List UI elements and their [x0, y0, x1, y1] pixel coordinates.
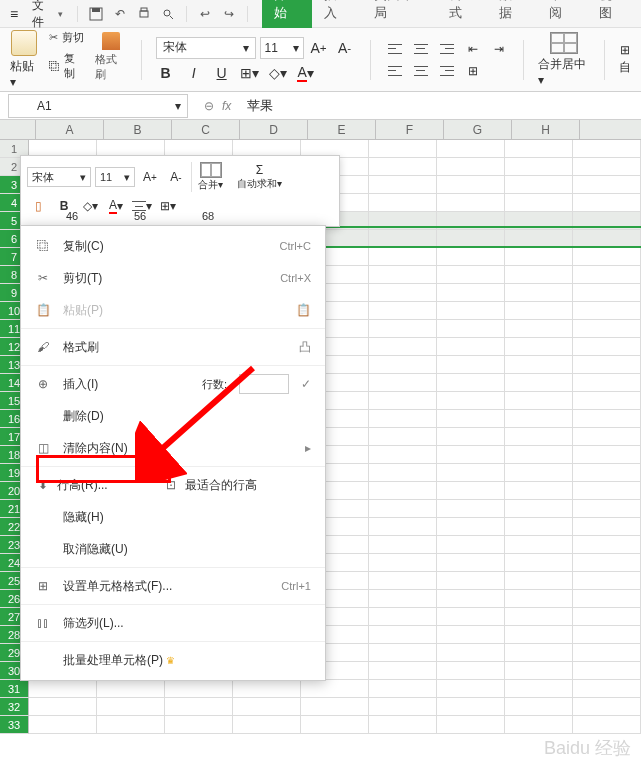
cell[interactable] — [505, 428, 573, 445]
cell[interactable] — [97, 698, 165, 715]
print-preview-icon[interactable] — [156, 2, 180, 26]
paste-button[interactable]: 粘贴▾ — [10, 30, 39, 89]
col-header-g[interactable]: G — [444, 120, 512, 139]
align-center-button[interactable] — [411, 62, 431, 80]
cm-format-cells[interactable]: ⊞ 设置单元格格式(F)... Ctrl+1 — [21, 570, 325, 602]
cell[interactable] — [573, 554, 641, 571]
cell[interactable] — [369, 158, 437, 175]
align-bottom-button[interactable] — [437, 40, 457, 58]
increase-font-button[interactable]: A+ — [308, 37, 330, 59]
cell[interactable] — [437, 608, 505, 625]
cell[interactable] — [369, 554, 437, 571]
cell[interactable] — [505, 626, 573, 643]
cell[interactable] — [573, 410, 641, 427]
cell[interactable] — [505, 554, 573, 571]
cell[interactable] — [505, 716, 573, 733]
cell[interactable] — [369, 644, 437, 661]
align-left-button[interactable] — [385, 62, 405, 80]
cell[interactable] — [369, 410, 437, 427]
wrap-text-button[interactable]: ⊞ — [463, 62, 483, 80]
cell[interactable] — [165, 716, 233, 733]
cell[interactable] — [573, 140, 641, 157]
merge-center-button[interactable]: 合并居中▾ — [538, 32, 590, 87]
cell[interactable] — [505, 248, 573, 265]
copy-button[interactable]: ⿻ 复制 — [49, 51, 85, 81]
cell[interactable] — [505, 392, 573, 409]
mini-border-button[interactable]: ⊞▾ — [157, 196, 179, 216]
cell[interactable] — [573, 482, 641, 499]
cell[interactable] — [369, 338, 437, 355]
cell[interactable] — [505, 374, 573, 391]
cell[interactable] — [437, 194, 505, 211]
cell[interactable] — [369, 176, 437, 193]
cell[interactable] — [573, 464, 641, 481]
col-header-d[interactable]: D — [240, 120, 308, 139]
cell[interactable] — [437, 140, 505, 157]
cell[interactable] — [369, 482, 437, 499]
cell[interactable] — [369, 500, 437, 517]
file-menu-button[interactable]: 文件 ▾ — [24, 0, 71, 31]
cell[interactable] — [573, 392, 641, 409]
mini-font-name-select[interactable]: 宋体▾ — [27, 167, 91, 187]
mini-align-button[interactable]: ▾ — [131, 196, 153, 216]
cell[interactable] — [505, 176, 573, 193]
tab-data[interactable]: 数据 — [487, 0, 537, 28]
tab-review[interactable]: 审阅 — [537, 0, 587, 28]
cell[interactable] — [573, 284, 641, 301]
check-icon[interactable]: ✓ — [301, 377, 311, 391]
cell[interactable] — [573, 662, 641, 679]
cell[interactable] — [369, 392, 437, 409]
cell[interactable] — [505, 410, 573, 427]
tab-formulas[interactable]: 公式 — [437, 0, 487, 28]
cell[interactable] — [369, 266, 437, 283]
cell[interactable] — [369, 518, 437, 535]
cell[interactable] — [301, 680, 369, 697]
cell[interactable] — [573, 500, 641, 517]
cell[interactable] — [369, 572, 437, 589]
cell[interactable] — [505, 356, 573, 373]
col-header-e[interactable]: E — [308, 120, 376, 139]
cell[interactable] — [505, 158, 573, 175]
cell[interactable] — [437, 230, 505, 247]
cell[interactable] — [437, 536, 505, 553]
cell[interactable] — [573, 248, 641, 265]
row-header[interactable]: 31 — [0, 680, 29, 698]
cell[interactable] — [437, 518, 505, 535]
formula-input[interactable]: 苹果 — [239, 97, 641, 115]
undo-button[interactable]: ↩ — [193, 2, 217, 26]
cell[interactable] — [97, 716, 165, 733]
cell[interactable] — [505, 608, 573, 625]
cell[interactable] — [233, 698, 301, 715]
cell[interactable] — [437, 500, 505, 517]
cell[interactable] — [573, 644, 641, 661]
cell[interactable] — [573, 374, 641, 391]
cell[interactable] — [573, 698, 641, 715]
cell[interactable] — [301, 716, 369, 733]
cell[interactable] — [437, 374, 505, 391]
fill-color-button[interactable]: ◇▾ — [268, 63, 288, 83]
cm-cut[interactable]: ✂ 剪切(T) Ctrl+X — [21, 262, 325, 294]
cell[interactable] — [437, 248, 505, 265]
cell[interactable] — [437, 338, 505, 355]
cm-best-fit-row-height[interactable]: ⊡ 最适合的行高 — [163, 477, 257, 494]
cell[interactable] — [505, 446, 573, 463]
tab-insert[interactable]: 插入 — [312, 0, 362, 28]
format-brush-button[interactable]: 格式刷 — [95, 30, 127, 89]
cell[interactable] — [301, 698, 369, 715]
cell[interactable] — [505, 230, 573, 247]
cell[interactable] — [165, 680, 233, 697]
align-right-button[interactable] — [437, 62, 457, 80]
font-name-select[interactable]: 宋体 ▾ — [156, 37, 256, 59]
border-button[interactable]: ⊞▾ — [240, 63, 260, 83]
decrease-font-button[interactable]: A- — [334, 37, 356, 59]
cell[interactable] — [437, 266, 505, 283]
cell[interactable] — [369, 284, 437, 301]
row-header[interactable]: 33 — [0, 716, 29, 734]
autosum-button[interactable]: ⊞ 自 — [619, 43, 631, 76]
cell[interactable] — [505, 482, 573, 499]
col-header-a[interactable]: A — [36, 120, 104, 139]
undo-icon[interactable]: ↶ — [108, 2, 132, 26]
cell[interactable] — [369, 374, 437, 391]
cell[interactable] — [369, 626, 437, 643]
cell[interactable] — [437, 158, 505, 175]
